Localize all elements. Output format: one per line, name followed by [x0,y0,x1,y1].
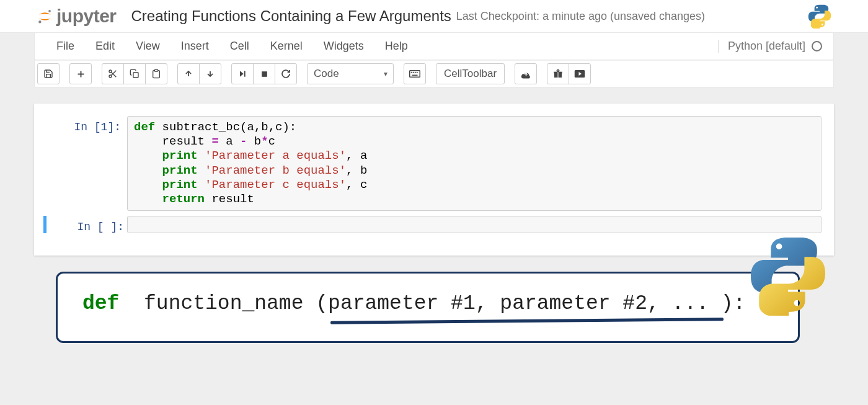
svg-point-5 [109,75,112,78]
cell-type-value: Code [314,68,339,80]
save-icon [43,69,53,79]
cloud-upload-icon [521,69,531,79]
menu-edit[interactable]: Edit [85,33,125,59]
svg-marker-12 [240,71,244,76]
code-cell[interactable]: In [ ]: [43,216,822,233]
restart-button[interactable] [275,63,297,84]
save-button[interactable] [37,63,60,84]
jupyter-logo-icon [37,9,53,24]
kernel-indicator: Python [default] [719,40,822,53]
upload-cloud-button[interactable] [515,63,537,84]
menu-kernel[interactable]: Kernel [260,33,313,59]
checkpoint-text: Last Checkpoint: a minute ago (unsaved c… [456,10,705,23]
svg-rect-13 [244,71,246,76]
video-button[interactable] [569,63,591,84]
svg-point-17 [411,72,412,73]
svg-rect-9 [154,69,157,71]
paste-icon [151,69,161,79]
cut-button[interactable] [102,63,124,84]
arrow-up-icon [184,69,193,78]
arrow-down-icon [206,69,215,78]
menubar: File Edit View Insert Cell Kernel Widget… [34,33,834,60]
svg-point-0 [48,9,51,12]
insert-cell-button[interactable] [69,63,92,84]
svg-point-1 [38,20,41,23]
restart-icon [281,69,291,79]
annotation-code: def function_name (parameter #1, paramet… [82,292,773,315]
move-down-button[interactable] [199,63,221,84]
python-logo-icon [747,234,829,316]
logo-text: jupyter [56,6,117,27]
menu-view[interactable]: View [125,33,170,59]
menu-file[interactable]: File [46,33,85,59]
annotation-underline [330,318,724,324]
copy-icon [130,69,140,79]
svg-point-18 [413,72,414,73]
notebook-title[interactable]: Creating Functions Containing a Few Argu… [131,7,451,25]
menu-help[interactable]: Help [374,33,418,59]
keyboard-icon [409,69,420,78]
cell-toolbar-button[interactable]: CellToolbar [436,63,505,84]
svg-point-20 [417,72,417,73]
code-cell[interactable]: In [1]: def subtract_bc(a,b,c): result =… [46,116,822,211]
gift-icon [553,69,563,79]
paste-button[interactable] [145,63,167,84]
step-forward-icon [238,69,247,78]
gift-button[interactable] [547,63,569,84]
jupyter-logo[interactable]: jupyter [37,6,117,27]
code-input[interactable]: def subtract_bc(a,b,c): result = a - b*c… [127,116,822,211]
move-up-button[interactable] [177,63,200,84]
cell-type-select[interactable]: Code [307,63,394,84]
svg-rect-15 [410,71,420,78]
run-button[interactable] [231,63,254,84]
scissors-icon [108,69,118,79]
command-palette-button[interactable] [404,63,426,84]
python-logo-icon [807,4,832,29]
kernel-status-icon [812,41,822,51]
svg-point-4 [109,70,112,73]
kernel-name: Python [default] [728,40,805,53]
plus-icon [76,69,86,79]
syntax-annotation: def function_name (parameter #1, paramet… [56,272,800,343]
svg-point-19 [415,72,415,73]
menu-widgets[interactable]: Widgets [313,33,374,59]
video-icon [574,69,585,78]
interrupt-button[interactable] [253,63,275,84]
code-input[interactable] [127,216,822,233]
menu-cell[interactable]: Cell [219,33,260,59]
input-prompt: In [1]: [46,116,127,133]
menu-insert[interactable]: Insert [170,33,219,59]
toolbar: Code CellToolbar [34,60,834,87]
svg-rect-14 [262,71,267,77]
notebook-container: In [1]: def subtract_bc(a,b,c): result =… [34,104,834,256]
input-prompt: In [ ]: [46,216,127,233]
svg-rect-8 [133,73,138,78]
stop-icon [260,70,268,78]
copy-button[interactable] [123,63,146,84]
